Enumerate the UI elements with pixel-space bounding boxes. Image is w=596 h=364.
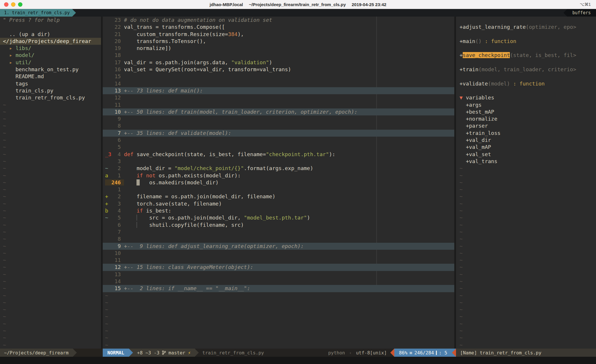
nerdtree-row[interactable] [0, 24, 101, 31]
tag-var-args[interactable]: +args [456, 101, 596, 108]
editor-row[interactable]: 3 [103, 158, 454, 165]
zoom-button[interactable] [18, 2, 22, 7]
token-st: "model_best.pth.tar" [244, 215, 307, 221]
keyboard-shortcut-icon[interactable]: ⌥⌘1 [580, 2, 591, 7]
editor-row[interactable]: 22 val_trans = transforms.Compose([ [103, 24, 454, 31]
file-segment: train_retr_from_cls.py python ‹ utf-8[un… [199, 349, 390, 357]
editor-row[interactable]: 8 [103, 235, 454, 242]
editor-row[interactable]: ~ 5 src = os.path.join(model_dir, "model… [103, 214, 454, 221]
tilde-marker: ~ [460, 313, 463, 320]
tab-train-retr-from-cls[interactable]: 1. train_retr_from_cls.py [0, 9, 72, 17]
line-def-save-checkpoint[interactable]: _3 4 def save_checkpoint(state, is_best,… [103, 151, 454, 158]
dir-arrow-icon: ▸ [9, 45, 16, 51]
nerdtree-file-benchmark[interactable]: benchmark_on_test.py [0, 66, 101, 73]
fold-adjust-learning-rate[interactable]: 9 +-- 9 lines: def adjust_learning_rate(… [103, 243, 454, 250]
editor-row: ~ [103, 306, 454, 313]
tilde-marker: ~ [3, 229, 6, 235]
tag-var-train-loss[interactable]: +train_loss [456, 130, 596, 137]
editor-row[interactable]: + 2 filename = os.path.join(model_dir, f… [103, 193, 454, 200]
fold-validate[interactable]: 7 +-- 35 lines: def validate(model): [103, 130, 454, 137]
editor-row[interactable]: 8 [103, 122, 454, 129]
nerdtree-file-train-retr[interactable]: train_retr_from_cls.py [0, 94, 101, 101]
nerdtree-file-readme[interactable]: README.md [0, 73, 101, 80]
token-ln: 22 [111, 24, 124, 30]
token-p [105, 257, 111, 263]
tag-var-val-dir[interactable]: +val_dir [456, 137, 596, 144]
editor-row[interactable]: 10 [103, 250, 454, 257]
tilde-marker: ~ [3, 116, 6, 122]
tag-var-normalize[interactable]: +normalize [456, 115, 596, 122]
command-line[interactable] [0, 357, 596, 364]
editor-row[interactable]: 19 normalize]) [103, 45, 454, 52]
editor-row[interactable]: + 3 torch.save(state, filename) [103, 200, 454, 207]
editor-row[interactable]: 6 [103, 137, 454, 144]
nerdtree-dir-util[interactable]: ▸ util/ [0, 59, 101, 66]
tag-train[interactable]: +train(model, train_loader, criterio> [456, 66, 596, 73]
tagbar-row: ~ [456, 320, 596, 327]
editor-row[interactable]: 15 [103, 73, 454, 80]
tag-var-val-set[interactable]: +val_set [456, 151, 596, 158]
tilde-marker: ~ [3, 257, 6, 263]
editor-row[interactable]: 18 [103, 52, 454, 59]
fold-average-meter[interactable]: 12 +-- 15 lines: class AverageMeter(obje… [103, 264, 454, 271]
tag-main[interactable]: +main() : function [456, 38, 596, 45]
nerdtree-file-train-cls[interactable]: train_cls.py [0, 87, 101, 94]
tagbar-row[interactable] [456, 87, 596, 94]
tagbar-row[interactable] [456, 45, 596, 52]
minimize-button[interactable] [11, 2, 15, 7]
nerdtree-updir[interactable]: .. (up a dir) [0, 31, 101, 38]
editor-row[interactable]: 9 [103, 115, 454, 122]
editor-row[interactable]: 7 [103, 229, 454, 235]
editor-row[interactable]: 5 [103, 144, 454, 151]
editor-row[interactable]: 17 val_dir = os.path.join(args.data, "va… [103, 59, 454, 66]
tagbar-row[interactable] [456, 31, 596, 38]
token-ln: 3 [111, 201, 124, 207]
editor-row[interactable]: 23 # do not do data augmentation on vali… [103, 17, 454, 24]
editor-row[interactable]: 1 [103, 186, 454, 193]
nerdtree-dir-model[interactable]: ▸ model/ [0, 52, 101, 59]
tagbar-window: +adjust_learning_rate(optimizer, epo>+ma… [456, 17, 596, 349]
tag-adjust-learning-rate[interactable]: +adjust_learning_rate(optimizer, epo> [456, 24, 596, 31]
nerdtree-dir-libs[interactable]: ▸ libs/ [0, 45, 101, 52]
editor-row[interactable]: 16 val_set = QuerySet(root=val_dir, tran… [103, 66, 454, 73]
editor-row[interactable]: 12 [103, 94, 454, 101]
editor-row[interactable]: 20 transforms.ToTensor(), [103, 38, 454, 45]
editor-row[interactable]: b 4 if is_best: [103, 207, 454, 214]
editor-row[interactable]: 21 custom_transform.Resize(size=384), [103, 31, 454, 38]
editor-row[interactable]: ~ 2 model_dir = "model/check_point/{}".f… [103, 165, 454, 172]
tagbar-row[interactable] [456, 59, 596, 66]
editor-row[interactable]: 11 [103, 101, 454, 108]
tagbar-row: ~ [456, 179, 596, 186]
fold-main-guard[interactable]: 15 +-- 2 lines: if __name__ == "__main__… [103, 285, 454, 292]
terminal-screen: jdhao-MBP.local ~/Projects/deep_firearm/… [0, 0, 596, 364]
tag-validate[interactable]: +validate(model) : function [456, 80, 596, 87]
tag-var-parser[interactable]: +parser [456, 122, 596, 129]
nerdtree-file-tags[interactable]: tags [0, 80, 101, 87]
powerline-arrow [452, 349, 456, 357]
editor-row[interactable]: 13 [103, 271, 454, 278]
token-p [105, 271, 111, 277]
tag-kind-variables[interactable]: ▼ variables [456, 94, 596, 101]
tagbar-row[interactable] [456, 17, 596, 24]
tag-var-val-trans[interactable]: +val_trans [456, 158, 596, 165]
token-p [124, 208, 136, 214]
fold-train[interactable]: 10 +-- 50 lines: def train(model, train_… [103, 108, 454, 115]
tagbar-row[interactable] [456, 73, 596, 80]
editor-row[interactable]: 14 [103, 278, 454, 285]
tag-var-best-map[interactable]: +best_mAP [456, 108, 596, 115]
cursor-line[interactable]: 246 os.makedirs(model_dir) [103, 179, 454, 186]
tag-var-val-map[interactable]: +val_mAP [456, 144, 596, 151]
tag-save-checkpoint[interactable]: +save_checkpoint(state, is_best, fil> [456, 52, 596, 59]
nerdtree-help[interactable]: " Press ? for help [0, 17, 101, 24]
editor-row[interactable]: a 1 if not os.path.exists(model_dir): [103, 172, 454, 179]
nerdtree-root[interactable]: </jdhao/Projects/deep_firear [0, 38, 101, 45]
fold-main[interactable]: 13 +-- 73 lines: def main(): [103, 87, 454, 94]
close-button[interactable] [4, 2, 8, 7]
token-ln: 14 [111, 278, 124, 284]
tagbar-row: ~ [456, 264, 596, 271]
editor-row[interactable]: 11 [103, 257, 454, 264]
token-lnfold: 7 [111, 130, 124, 136]
git-branch-icon [162, 350, 166, 355]
editor-row[interactable]: 14 [103, 80, 454, 87]
editor-row[interactable]: 6 shutil.copyfile(filename, src) [103, 222, 454, 229]
